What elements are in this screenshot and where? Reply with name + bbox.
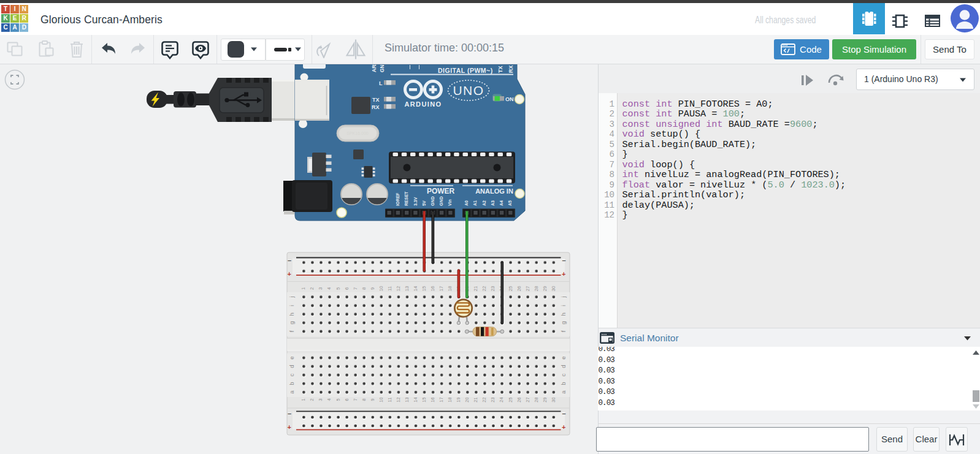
svg-text:18: 18 <box>447 397 453 402</box>
svg-text:RX: RX <box>372 104 380 110</box>
svg-text:e: e <box>288 356 295 359</box>
svg-text:1: 1 <box>301 398 306 401</box>
svg-text:GND: GND <box>379 64 385 72</box>
svg-text:c: c <box>288 373 295 376</box>
svg-text:30: 30 <box>551 286 556 291</box>
svg-text:27: 27 <box>525 286 530 291</box>
svg-text:h: h <box>560 312 567 316</box>
svg-text:A4: A4 <box>499 200 503 206</box>
svg-text:DIGITAL (PWM~): DIGITAL (PWM~) <box>438 67 493 74</box>
svg-text:+: + <box>288 423 291 431</box>
svg-text:30: 30 <box>551 397 556 402</box>
svg-text:j: j <box>288 297 295 298</box>
svg-text:UNO: UNO <box>453 83 484 97</box>
svg-text:22: 22 <box>481 286 487 291</box>
svg-text:i: i <box>560 305 567 306</box>
svg-text:GND: GND <box>439 196 443 206</box>
svg-text:POWER: POWER <box>427 187 455 195</box>
svg-text:a: a <box>288 390 295 394</box>
svg-text:1: 1 <box>301 287 306 290</box>
svg-text:21: 21 <box>473 397 478 402</box>
svg-text:d: d <box>288 365 295 368</box>
svg-text:e: e <box>560 356 567 359</box>
svg-text:f: f <box>288 330 295 332</box>
svg-text:11: 11 <box>387 398 392 403</box>
svg-text:TX: TX <box>372 97 380 103</box>
svg-text:A3: A3 <box>491 200 495 206</box>
svg-text:a: a <box>560 390 567 394</box>
svg-text:22: 22 <box>481 397 487 402</box>
svg-text:23: 23 <box>490 286 496 291</box>
svg-text:Vin: Vin <box>448 199 452 206</box>
svg-text:AREF: AREF <box>371 64 377 72</box>
svg-text:TX: TX <box>497 66 503 73</box>
svg-text:29: 29 <box>542 397 548 402</box>
svg-text:5: 5 <box>335 398 341 401</box>
svg-text:j: j <box>560 297 567 298</box>
svg-text:12: 12 <box>396 286 401 291</box>
svg-text:13: 13 <box>404 286 410 291</box>
svg-text:–: – <box>562 257 566 264</box>
svg-text:16: 16 <box>430 397 435 402</box>
svg-text:26: 26 <box>516 397 522 402</box>
svg-text:9: 9 <box>370 287 375 290</box>
svg-text:14: 14 <box>413 286 418 291</box>
svg-text:10: 10 <box>378 286 384 291</box>
svg-text:27: 27 <box>525 397 530 402</box>
svg-text:A2: A2 <box>482 200 486 206</box>
svg-text:29: 29 <box>542 286 548 291</box>
svg-text:SPK16.000: SPK16.000 <box>346 131 369 135</box>
svg-text:b: b <box>560 382 567 385</box>
svg-text:2: 2 <box>309 398 315 401</box>
svg-text:g: g <box>560 321 567 324</box>
svg-text:5: 5 <box>335 287 341 290</box>
svg-text:ANALOG IN: ANALOG IN <box>475 187 513 195</box>
svg-text:IOREF: IOREF <box>396 192 400 206</box>
svg-text:14: 14 <box>413 397 418 402</box>
svg-text:28: 28 <box>534 397 539 402</box>
svg-text:9: 9 <box>370 398 375 401</box>
svg-text:4: 4 <box>326 398 332 401</box>
svg-text:b: b <box>288 382 295 385</box>
svg-text:28: 28 <box>534 286 539 291</box>
svg-text:d: d <box>560 365 567 368</box>
svg-text:10: 10 <box>378 397 384 402</box>
svg-text:18: 18 <box>447 286 453 291</box>
svg-text:A0: A0 <box>464 200 469 206</box>
svg-text:3.3V: 3.3V <box>413 197 418 206</box>
svg-text:f: f <box>560 330 567 332</box>
svg-text:ON: ON <box>505 96 514 102</box>
svg-text:–: – <box>288 257 291 264</box>
svg-text:GND: GND <box>431 196 435 206</box>
svg-text:–: – <box>288 410 291 417</box>
svg-text:26: 26 <box>516 286 522 291</box>
svg-text:+: + <box>288 270 291 278</box>
svg-text:3: 3 <box>318 287 323 290</box>
svg-text:+: + <box>562 270 565 278</box>
svg-text:17: 17 <box>438 286 444 291</box>
svg-text:h: h <box>288 312 295 316</box>
svg-text:16: 16 <box>430 286 435 291</box>
svg-text:11: 11 <box>387 286 392 291</box>
svg-text:13: 13 <box>404 397 410 402</box>
svg-text:3: 3 <box>318 398 323 401</box>
svg-text:2: 2 <box>309 287 315 290</box>
svg-text:c: c <box>560 373 567 376</box>
svg-text:RX: RX <box>508 65 514 73</box>
svg-text:15: 15 <box>421 397 427 402</box>
svg-text:20: 20 <box>464 397 470 402</box>
svg-text:8: 8 <box>361 398 367 401</box>
svg-text:ARDUINO: ARDUINO <box>404 100 442 108</box>
svg-text:24: 24 <box>499 397 504 402</box>
svg-text:25: 25 <box>508 397 513 402</box>
svg-text:A5: A5 <box>508 200 512 206</box>
svg-text:25: 25 <box>508 286 513 291</box>
svg-text:12: 12 <box>396 397 401 402</box>
svg-text:+: + <box>562 423 565 431</box>
svg-text:g: g <box>288 321 295 324</box>
svg-text:7: 7 <box>353 287 358 290</box>
svg-text:i: i <box>288 305 295 306</box>
svg-text:A1: A1 <box>473 200 477 206</box>
svg-text:L: L <box>379 80 383 86</box>
svg-text:8: 8 <box>361 287 367 290</box>
